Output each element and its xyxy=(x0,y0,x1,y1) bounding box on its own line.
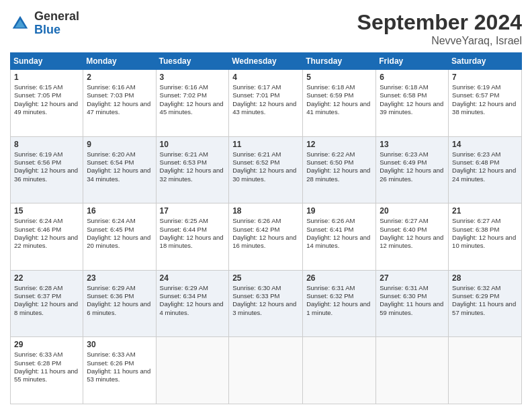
day-number: 22 xyxy=(14,273,79,283)
calendar-header-wednesday: Wednesday xyxy=(229,53,303,70)
calendar-cell: 22Sunrise: 6:28 AMSunset: 6:37 PMDayligh… xyxy=(11,270,83,337)
day-number: 4 xyxy=(232,73,299,82)
day-number: 9 xyxy=(87,140,152,149)
header: General Blue September 2024 NevveYaraq, … xyxy=(10,10,522,47)
calendar-header-friday: Friday xyxy=(376,53,449,70)
calendar-cell: 13Sunrise: 6:23 AMSunset: 6:49 PMDayligh… xyxy=(376,136,449,203)
day-number: 29 xyxy=(14,340,79,349)
day-number: 16 xyxy=(87,206,152,216)
day-info: Sunrise: 6:33 AMSunset: 6:26 PMDaylight:… xyxy=(87,351,152,383)
calendar-cell: 9Sunrise: 6:20 AMSunset: 6:54 PMDaylight… xyxy=(83,136,156,203)
calendar-cell: 30Sunrise: 6:33 AMSunset: 6:26 PMDayligh… xyxy=(83,337,156,404)
calendar-cell: 8Sunrise: 6:19 AMSunset: 6:56 PMDaylight… xyxy=(11,136,83,203)
day-info: Sunrise: 6:20 AMSunset: 6:54 PMDaylight:… xyxy=(87,150,152,183)
calendar-cell: 29Sunrise: 6:33 AMSunset: 6:28 PMDayligh… xyxy=(11,337,83,404)
day-number: 27 xyxy=(380,273,445,283)
calendar-cell: 4Sunrise: 6:17 AMSunset: 7:01 PMDaylight… xyxy=(229,70,303,137)
day-info: Sunrise: 6:15 AMSunset: 7:05 PMDaylight:… xyxy=(14,83,79,116)
calendar-header-tuesday: Tuesday xyxy=(156,53,229,70)
day-info: Sunrise: 6:27 AMSunset: 6:38 PMDaylight:… xyxy=(452,217,518,250)
day-number: 21 xyxy=(452,206,518,216)
day-info: Sunrise: 6:29 AMSunset: 6:34 PMDaylight:… xyxy=(160,284,226,317)
calendar-cell: 28Sunrise: 6:32 AMSunset: 6:29 PMDayligh… xyxy=(449,270,522,337)
calendar-cell: 11Sunrise: 6:21 AMSunset: 6:52 PMDayligh… xyxy=(229,136,303,203)
day-number: 5 xyxy=(306,73,372,82)
calendar-cell: 20Sunrise: 6:27 AMSunset: 6:40 PMDayligh… xyxy=(376,203,449,271)
calendar-cell: 24Sunrise: 6:29 AMSunset: 6:34 PMDayligh… xyxy=(156,270,229,337)
day-info: Sunrise: 6:30 AMSunset: 6:33 PMDaylight:… xyxy=(232,284,299,317)
day-number: 30 xyxy=(87,340,152,349)
calendar-cell xyxy=(156,337,229,404)
calendar-cell: 10Sunrise: 6:21 AMSunset: 6:53 PMDayligh… xyxy=(156,136,229,203)
day-info: Sunrise: 6:17 AMSunset: 7:01 PMDaylight:… xyxy=(232,83,299,116)
day-info: Sunrise: 6:23 AMSunset: 6:48 PMDaylight:… xyxy=(452,150,518,183)
day-info: Sunrise: 6:19 AMSunset: 6:56 PMDaylight:… xyxy=(14,150,79,183)
day-info: Sunrise: 6:24 AMSunset: 6:46 PMDaylight:… xyxy=(14,217,79,250)
day-info: Sunrise: 6:31 AMSunset: 6:30 PMDaylight:… xyxy=(380,284,445,317)
logo-text: General Blue xyxy=(34,10,79,37)
calendar-table: SundayMondayTuesdayWednesdayThursdayFrid… xyxy=(10,52,522,404)
day-info: Sunrise: 6:21 AMSunset: 6:52 PMDaylight:… xyxy=(232,150,299,183)
day-number: 26 xyxy=(306,273,372,283)
calendar-cell xyxy=(376,337,449,404)
calendar-cell: 27Sunrise: 6:31 AMSunset: 6:30 PMDayligh… xyxy=(376,270,449,337)
day-number: 3 xyxy=(160,73,226,82)
day-info: Sunrise: 6:24 AMSunset: 6:45 PMDaylight:… xyxy=(87,217,152,250)
day-info: Sunrise: 6:33 AMSunset: 6:28 PMDaylight:… xyxy=(14,351,79,383)
calendar-cell xyxy=(303,337,376,404)
day-number: 19 xyxy=(306,206,372,216)
day-number: 13 xyxy=(380,140,445,149)
calendar-week-5: 29Sunrise: 6:33 AMSunset: 6:28 PMDayligh… xyxy=(11,337,522,404)
calendar-header-sunday: Sunday xyxy=(11,53,83,70)
day-info: Sunrise: 6:23 AMSunset: 6:49 PMDaylight:… xyxy=(380,150,445,183)
day-number: 2 xyxy=(87,73,152,82)
day-number: 8 xyxy=(14,140,79,149)
day-number: 14 xyxy=(452,140,518,149)
day-info: Sunrise: 6:25 AMSunset: 6:44 PMDaylight:… xyxy=(160,217,226,250)
calendar-header-monday: Monday xyxy=(83,53,156,70)
day-info: Sunrise: 6:26 AMSunset: 6:42 PMDaylight:… xyxy=(232,217,299,250)
calendar-header-thursday: Thursday xyxy=(303,53,376,70)
day-number: 17 xyxy=(160,206,226,216)
calendar-cell xyxy=(229,337,303,404)
day-number: 6 xyxy=(380,73,445,82)
day-info: Sunrise: 6:18 AMSunset: 6:59 PMDaylight:… xyxy=(306,83,372,116)
page: General Blue September 2024 NevveYaraq, … xyxy=(0,0,532,411)
calendar-week-1: 1Sunrise: 6:15 AMSunset: 7:05 PMDaylight… xyxy=(11,70,522,137)
calendar-cell: 5Sunrise: 6:18 AMSunset: 6:59 PMDaylight… xyxy=(303,70,376,137)
calendar-week-2: 8Sunrise: 6:19 AMSunset: 6:56 PMDaylight… xyxy=(11,136,522,203)
calendar-cell xyxy=(449,337,522,404)
day-info: Sunrise: 6:29 AMSunset: 6:36 PMDaylight:… xyxy=(87,284,152,317)
location: NevveYaraq, Israel xyxy=(357,35,522,47)
month-title: September 2024 xyxy=(357,10,522,35)
calendar-week-4: 22Sunrise: 6:28 AMSunset: 6:37 PMDayligh… xyxy=(11,270,522,337)
day-number: 15 xyxy=(14,206,79,216)
day-info: Sunrise: 6:16 AMSunset: 7:03 PMDaylight:… xyxy=(87,83,152,116)
calendar-cell: 15Sunrise: 6:24 AMSunset: 6:46 PMDayligh… xyxy=(11,203,83,271)
day-number: 23 xyxy=(87,273,152,283)
calendar-cell: 2Sunrise: 6:16 AMSunset: 7:03 PMDaylight… xyxy=(83,70,156,137)
calendar-cell: 21Sunrise: 6:27 AMSunset: 6:38 PMDayligh… xyxy=(449,203,522,271)
day-number: 18 xyxy=(232,206,299,216)
calendar-cell: 1Sunrise: 6:15 AMSunset: 7:05 PMDaylight… xyxy=(11,70,83,137)
day-info: Sunrise: 6:28 AMSunset: 6:37 PMDaylight:… xyxy=(14,284,79,317)
day-info: Sunrise: 6:27 AMSunset: 6:40 PMDaylight:… xyxy=(380,217,445,250)
calendar-cell: 19Sunrise: 6:26 AMSunset: 6:41 PMDayligh… xyxy=(303,203,376,271)
calendar-cell: 16Sunrise: 6:24 AMSunset: 6:45 PMDayligh… xyxy=(83,203,156,271)
day-number: 12 xyxy=(306,140,372,149)
day-number: 1 xyxy=(14,73,79,82)
calendar-cell: 3Sunrise: 6:16 AMSunset: 7:02 PMDaylight… xyxy=(156,70,229,137)
day-number: 28 xyxy=(452,273,518,283)
logo: General Blue xyxy=(10,10,79,37)
day-number: 10 xyxy=(160,140,226,149)
calendar-week-3: 15Sunrise: 6:24 AMSunset: 6:46 PMDayligh… xyxy=(11,203,522,271)
calendar-cell: 18Sunrise: 6:26 AMSunset: 6:42 PMDayligh… xyxy=(229,203,303,271)
calendar-header-saturday: Saturday xyxy=(449,53,522,70)
logo-general: General xyxy=(34,10,79,24)
title-block: September 2024 NevveYaraq, Israel xyxy=(357,10,522,47)
day-info: Sunrise: 6:32 AMSunset: 6:29 PMDaylight:… xyxy=(452,284,518,317)
calendar-cell: 14Sunrise: 6:23 AMSunset: 6:48 PMDayligh… xyxy=(449,136,522,203)
day-number: 24 xyxy=(160,273,226,283)
calendar-cell: 17Sunrise: 6:25 AMSunset: 6:44 PMDayligh… xyxy=(156,203,229,271)
calendar-cell: 6Sunrise: 6:18 AMSunset: 6:58 PMDaylight… xyxy=(376,70,449,137)
